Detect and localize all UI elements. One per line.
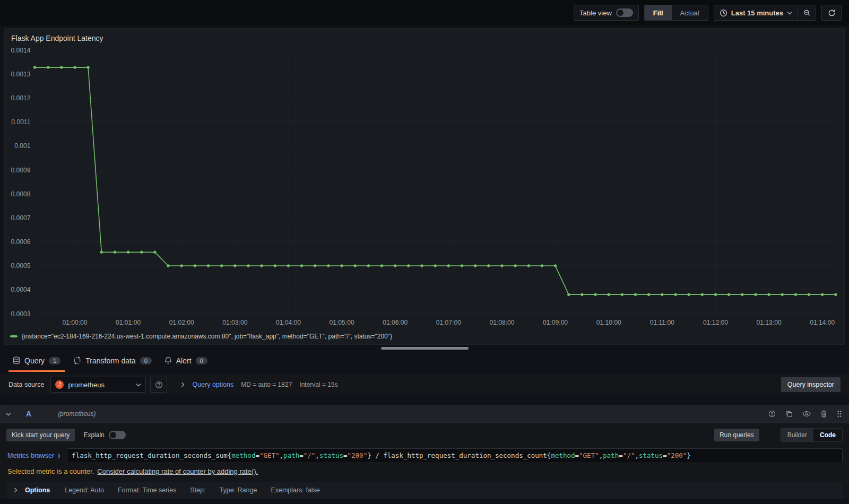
svg-text:01:08:00: 01:08:00 [489, 319, 514, 326]
bell-icon [164, 357, 172, 364]
refresh-button[interactable] [821, 5, 842, 21]
tab-query[interactable]: Query 1 [8, 355, 65, 372]
datasource-picker[interactable]: prometheus [50, 377, 146, 393]
svg-text:0.0013: 0.0013 [11, 71, 30, 78]
toggle-knob [110, 432, 116, 438]
fill-button[interactable]: Fill [645, 5, 672, 20]
tab-query-label: Query [24, 357, 45, 365]
max-datapoints-info: MD = auto = 1827 [241, 381, 292, 388]
svg-text:0.0005: 0.0005 [11, 262, 30, 270]
datasource-value: prometheus [68, 381, 132, 389]
tab-alert-count: 0 [196, 357, 207, 364]
query-body: Kick start your query Explain Run querie… [0, 423, 849, 499]
query-options-label: Query options [192, 381, 233, 388]
tab-alert-label: Alert [176, 357, 192, 365]
clock-icon [720, 9, 727, 17]
option-step: Step: [190, 486, 205, 494]
tab-query-count: 1 [49, 357, 60, 364]
svg-text:01:09:00: 01:09:00 [543, 319, 568, 326]
chevron-right-icon [181, 382, 185, 387]
database-icon [13, 357, 20, 364]
svg-text:01:02:00: 01:02:00 [169, 319, 194, 326]
chart-area[interactable]: 0.00140.00130.00120.00110.0010.00090.000… [5, 44, 844, 333]
kick-start-query-button[interactable]: Kick start your query [6, 429, 75, 441]
tab-transform-data[interactable]: Transform data 0 [69, 355, 156, 372]
panel-title: Flask App Endpoint Latency [5, 29, 844, 44]
zoom-out-button[interactable] [798, 5, 816, 20]
editor-tabs: Query 1 Transform data 0 Alert 0 [0, 350, 849, 372]
explain-control: Explain [83, 431, 125, 439]
counter-warning: Selected metric is a counter. Consider c… [7, 467, 843, 475]
drag-handle-icon[interactable] [837, 410, 842, 418]
query-row-header[interactable]: A (prometheus) [0, 405, 849, 423]
svg-text:0.0012: 0.0012 [11, 94, 30, 102]
chevron-down-icon [787, 11, 792, 15]
actual-button[interactable]: Actual [672, 5, 708, 20]
duplicate-query-icon[interactable] [785, 410, 793, 418]
query-datasource-name: (prometheus) [58, 410, 96, 418]
query-editor-section: A (prometheus) Kick start your query [0, 405, 849, 499]
query-inspector-button[interactable]: Query inspector [781, 377, 841, 392]
svg-text:0.0011: 0.0011 [11, 118, 30, 126]
table-view-toggle[interactable] [616, 8, 633, 17]
chevron-right-icon [57, 454, 60, 458]
svg-text:01:00:00: 01:00:00 [62, 319, 87, 326]
toggle-knob [617, 10, 623, 16]
table-view-control: Table view [574, 5, 639, 21]
datasource-help-button[interactable] [150, 377, 167, 393]
chevron-right-icon [14, 488, 18, 493]
svg-text:0.001: 0.001 [14, 142, 30, 150]
warning-text: Selected metric is a counter. [7, 467, 94, 475]
time-range-picker[interactable]: Last 15 minutes [714, 5, 798, 20]
option-format: Format: Time series [118, 486, 176, 494]
warning-rate-link[interactable]: Consider calculating rate of counter by … [97, 467, 258, 475]
query-header-actions [768, 410, 842, 418]
options-row[interactable]: Options Legend: Auto Format: Time series… [6, 482, 843, 499]
svg-text:01:11:00: 01:11:00 [650, 319, 674, 326]
option-legend: Legend: Auto [65, 486, 104, 494]
help-icon[interactable] [768, 410, 776, 418]
transform-icon [73, 357, 81, 364]
svg-text:01:05:00: 01:05:00 [330, 319, 354, 326]
svg-text:0.0006: 0.0006 [11, 238, 30, 246]
svg-text:0.0007: 0.0007 [11, 214, 30, 222]
time-controls: Last 15 minutes [714, 5, 816, 21]
svg-text:01:14:00: 01:14:00 [810, 319, 835, 326]
query-options-toggle[interactable]: Query options MD = auto = 1827 Interval … [181, 381, 337, 388]
run-queries-button[interactable]: Run queries [714, 429, 759, 441]
svg-text:01:04:00: 01:04:00 [276, 319, 301, 326]
top-toolbar: Table view Fill Actual Last 15 minutes [0, 0, 849, 25]
svg-text:0.0009: 0.0009 [11, 166, 30, 173]
svg-text:0.0008: 0.0008 [11, 190, 30, 198]
svg-text:0.0003: 0.0003 [11, 310, 30, 317]
timeseries-panel: Flask App Endpoint Latency 0.00140.00130… [4, 28, 845, 345]
svg-text:01:13:00: 01:13:00 [757, 319, 782, 326]
zoom-out-icon [803, 8, 810, 17]
refresh-icon [828, 9, 836, 17]
tab-transform-label: Transform data [85, 357, 135, 365]
latency-line-chart: 0.00140.00130.00120.00110.0010.00090.000… [5, 44, 844, 333]
svg-text:01:03:00: 01:03:00 [222, 319, 247, 326]
chevron-down-icon [136, 383, 141, 387]
hide-query-icon[interactable] [802, 410, 811, 418]
remove-query-icon[interactable] [820, 410, 827, 418]
query-ref-id[interactable]: A [26, 410, 31, 418]
explain-toggle[interactable] [109, 431, 126, 439]
tab-alert[interactable]: Alert 0 [160, 355, 212, 372]
collapse-chevron-icon[interactable] [6, 412, 11, 416]
svg-text:0.0014: 0.0014 [11, 47, 30, 54]
svg-text:01:06:00: 01:06:00 [383, 319, 408, 326]
svg-text:0.0004: 0.0004 [11, 286, 30, 293]
legend-series-label: {instance="ec2-184-169-216-224.us-west-1… [22, 333, 392, 340]
svg-text:01:01:00: 01:01:00 [116, 319, 141, 326]
promql-query-input[interactable]: flask_http_request_duration_seconds_sum{… [67, 448, 843, 463]
legend[interactable]: {instance="ec2-184-169-216-224.us-west-1… [5, 333, 844, 344]
explain-label: Explain [83, 431, 104, 439]
code-button[interactable]: Code [813, 429, 842, 441]
metrics-browser-toggle[interactable]: Metrics browser [6, 448, 62, 463]
svg-text:01:07:00: 01:07:00 [436, 319, 461, 326]
interval-info: Interval = 15s [299, 381, 337, 388]
tab-transform-count: 0 [140, 357, 152, 364]
datasource-row: Data source prometheus Query options MD … [0, 374, 849, 395]
builder-button[interactable]: Builder [781, 429, 813, 441]
